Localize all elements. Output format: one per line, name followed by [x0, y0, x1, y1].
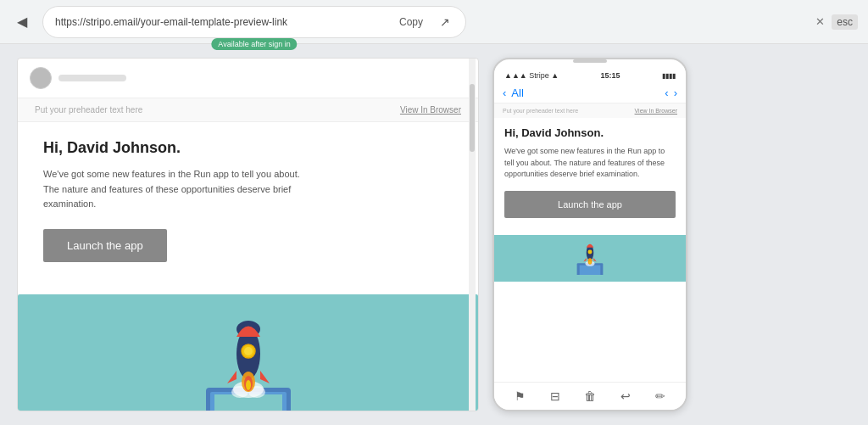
- rocket-illustration: START: [193, 316, 303, 411]
- signal-icon: ▲▲▲: [504, 71, 527, 80]
- top-bar: ◀ https://stripo.email/your-email-templa…: [0, 0, 868, 44]
- svg-text:START: START: [232, 409, 254, 411]
- email-body: Hi, David Johnson. We've got some new fe…: [18, 122, 478, 294]
- svg-rect-16: [580, 266, 601, 275]
- mobile-preheader: Put your preheader text here View In Bro…: [494, 103, 686, 118]
- preheader-bar: Put your preheader text here View In Bro…: [18, 98, 478, 122]
- email-greeting: Hi, David Johnson.: [43, 139, 453, 157]
- mobile-body-text: We've got some new features in the Run a…: [504, 146, 676, 181]
- desktop-preview: Put your preheader text here View In Bro…: [17, 58, 479, 411]
- mobile-view-browser[interactable]: View In Browser: [635, 108, 677, 114]
- back-icon: ◀: [17, 14, 27, 30]
- available-badge: Available after sign in: [211, 38, 297, 50]
- mobile-top-handle: [573, 59, 607, 63]
- mobile-time: 15:15: [601, 71, 620, 80]
- mobile-rocket-illustration: [573, 241, 607, 275]
- share-button[interactable]: ↗: [437, 12, 453, 32]
- scrollbar-thumb: [470, 84, 475, 152]
- email-body-text: We've got some new features in the Run a…: [43, 167, 314, 212]
- top-right-controls: ✕ esc: [815, 14, 858, 30]
- mobile-status-bar: ▲▲▲ Stripe ▲ 15:15 ▮▮▮▮: [494, 66, 686, 83]
- preheader-text: Put your preheader text here: [35, 105, 142, 115]
- view-browser-link[interactable]: View In Browser: [400, 105, 461, 115]
- flag-icon[interactable]: ⚑: [515, 389, 526, 403]
- trash-icon[interactable]: 🗑: [584, 389, 596, 403]
- esc-button[interactable]: esc: [832, 14, 858, 30]
- url-input-wrapper: https://stripo.email/your-email-template…: [42, 6, 466, 38]
- header-line: [58, 75, 126, 81]
- mobile-body: Hi, David Johnson. We've got some new fe…: [494, 118, 686, 235]
- battery-icon: ▮▮▮▮: [662, 72, 676, 80]
- main-content: Put your preheader text here View In Bro…: [0, 44, 868, 425]
- folder-icon[interactable]: ⊟: [550, 389, 560, 403]
- reply-icon[interactable]: ↩: [620, 389, 631, 403]
- compose-icon[interactable]: ✏: [655, 389, 665, 403]
- mobile-greeting: Hi, David Johnson.: [504, 126, 676, 139]
- wifi-icon: ▲: [551, 71, 559, 80]
- mobile-preheader-text: Put your preheader text here: [503, 108, 578, 114]
- svg-point-19: [588, 249, 593, 254]
- avatar: [30, 67, 52, 89]
- back-button[interactable]: ◀: [10, 10, 34, 34]
- mobile-email-content: Put your preheader text here View In Bro…: [494, 103, 686, 382]
- scrollbar[interactable]: [469, 59, 476, 411]
- mobile-launch-button[interactable]: Launch the app: [504, 191, 676, 218]
- svg-point-11: [244, 347, 253, 355]
- url-display: https://stripo.email/your-email-template…: [55, 16, 386, 28]
- svg-point-14: [246, 380, 251, 390]
- close-icon: ✕: [815, 15, 825, 28]
- mobile-preview: ▲▲▲ Stripe ▲ 15:15 ▮▮▮▮ ‹ All ‹ › Put yo…: [492, 58, 687, 411]
- launch-app-button[interactable]: Launch the app: [43, 229, 167, 262]
- nav-prev-icon[interactable]: ‹: [665, 87, 668, 99]
- mobile-bottom-toolbar: ⚑ ⊟ 🗑 ↩ ✏: [494, 382, 686, 410]
- mobile-carrier: ▲▲▲ Stripe ▲: [504, 71, 559, 80]
- copy-button[interactable]: Copy: [392, 13, 430, 31]
- nav-next-icon[interactable]: ›: [674, 87, 677, 99]
- svg-point-21: [589, 260, 591, 264]
- email-header-bar: [18, 59, 478, 98]
- mobile-rocket-area: [494, 235, 686, 282]
- mobile-back-icon: ‹: [503, 87, 506, 99]
- mobile-nav-arrows: ‹ ›: [665, 87, 677, 99]
- url-container: https://stripo.email/your-email-template…: [42, 6, 466, 38]
- rocket-image: START: [18, 294, 478, 411]
- mobile-all-label[interactable]: All: [511, 87, 523, 99]
- mobile-nav: ‹ All ‹ ›: [494, 83, 686, 103]
